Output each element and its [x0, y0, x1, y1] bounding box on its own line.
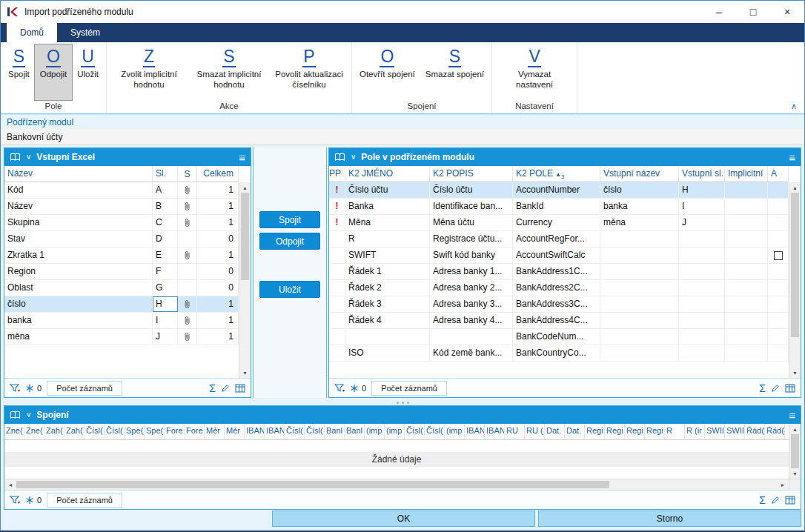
cell-sloupec[interactable]: D [153, 231, 178, 247]
column-header-k2-jmeno[interactable]: K2 JMÉNO [345, 166, 430, 182]
cell-k2-jmeno[interactable] [345, 329, 430, 345]
frozen-filter-icon[interactable] [25, 384, 34, 393]
column-header[interactable]: Zah( [64, 424, 85, 439]
column-header[interactable]: RU ( [525, 424, 545, 439]
table-row[interactable]: Řádek 3Adresa banky 3...BankAddress3C... [329, 296, 789, 313]
table-row[interactable]: měnaJ1 [4, 329, 239, 345]
checkbox[interactable] [774, 251, 783, 260]
cell-vstupni-nazev[interactable] [600, 329, 679, 345]
column-header[interactable]: Čísl( [305, 424, 325, 439]
cell-k2-popis[interactable]: Adresa banky 1... [430, 264, 513, 279]
cell-celkem[interactable]: 1 [197, 199, 239, 214]
cell-vstupni-sl[interactable]: H [679, 182, 725, 198]
cell-celkem[interactable]: 1 [197, 182, 239, 198]
cell-sloupec[interactable]: F [153, 264, 178, 279]
vertical-scrollbar[interactable]: ▲ ▼ [789, 424, 801, 479]
cell-priloha[interactable] [178, 280, 197, 296]
ribbon-button-vymazat-nastaveni[interactable]: VVymazat nastavení [494, 44, 574, 100]
cell-k2-jmeno[interactable]: Měna [345, 215, 430, 230]
table-row[interactable]: čísloH1 [4, 296, 239, 313]
cell-a[interactable] [768, 231, 789, 247]
record-count-button[interactable]: Počet záznamů [371, 381, 447, 396]
column-header[interactable]: IBAN [245, 424, 265, 439]
column-header[interactable]: Banl [345, 424, 365, 439]
cell-pp[interactable] [329, 280, 345, 296]
cell-sloupec[interactable]: G [153, 280, 178, 296]
cell-vstupni-nazev[interactable] [600, 247, 679, 263]
column-header[interactable]: Regi [625, 424, 645, 439]
cell-k2-jmeno[interactable]: ISO [345, 345, 430, 361]
cell-implicitni[interactable] [725, 199, 768, 214]
column-header-nazev[interactable]: Název [4, 166, 153, 182]
ribbon-button-smazat-implicitni-hodnotu[interactable]: SSmazat implicitní hodnotu [189, 44, 269, 100]
splitter-handle[interactable] [4, 400, 801, 405]
cell-a[interactable] [768, 247, 789, 263]
column-header-vstupni-nazev[interactable]: Vstupní název [600, 166, 679, 182]
cell-pp[interactable] [329, 247, 345, 263]
column-header-implicitni[interactable]: Implicitní [725, 166, 768, 182]
cell-pp[interactable] [329, 231, 345, 247]
horizontal-scrollbar[interactable]: ◄ ► [4, 479, 801, 490]
table-row[interactable]: StavD0 [4, 231, 239, 247]
cell-k2-pole[interactable]: BankCodeNum... [513, 329, 600, 345]
column-header[interactable]: IBAN [265, 424, 285, 439]
record-count-button[interactable]: Počet záznamů [47, 493, 122, 508]
column-header[interactable]: Dat. [565, 424, 585, 439]
scrollbar-thumb[interactable] [16, 481, 609, 488]
cell-sloupec[interactable]: A [153, 182, 178, 198]
cell-vstupni-nazev[interactable]: číslo [600, 182, 679, 198]
cancel-button[interactable]: Storno [538, 511, 801, 527]
column-header[interactable]: Spe( [145, 424, 165, 439]
cell-pp[interactable]: ! [329, 199, 345, 214]
cell-k2-popis[interactable] [430, 329, 513, 345]
table-row[interactable]: NázevB1 [4, 199, 239, 215]
cell-vstupni-nazev[interactable] [600, 345, 679, 361]
paperclip-icon[interactable] [178, 215, 197, 230]
column-header[interactable]: Regi [645, 424, 665, 439]
menu-icon[interactable]: ≡ [789, 410, 795, 421]
cell-nazev[interactable]: Oblast [4, 280, 153, 296]
ribbon-button-ulozit[interactable]: UUložit [72, 44, 104, 100]
cell-pp[interactable] [329, 329, 345, 345]
cell-a[interactable] [768, 199, 789, 214]
cell-celkem[interactable]: 1 [197, 296, 239, 312]
table-row[interactable]: Řádek 4Adresa banky 4...BankAddress4C... [329, 313, 789, 329]
table-row[interactable]: Zkratka 1E1 [4, 247, 239, 264]
frozen-filter-icon[interactable] [25, 496, 34, 505]
scroll-up-icon[interactable]: ▲ [239, 182, 251, 193]
scrollbar-thumb[interactable] [791, 434, 799, 468]
cell-k2-jmeno[interactable]: Řádek 3 [345, 296, 430, 312]
cell-vstupni-nazev[interactable]: banka [600, 199, 679, 214]
cell-a[interactable] [768, 280, 789, 296]
cell-k2-popis[interactable]: Kód země bank... [430, 345, 513, 361]
cell-pp[interactable] [329, 313, 345, 328]
scroll-up-icon[interactable]: ▲ [789, 182, 801, 193]
column-header-a[interactable]: A [768, 166, 789, 182]
ribbon-button-povolit-aktualizaci-ciselniku[interactable]: PPovolit aktualizaci číselníku [269, 44, 349, 100]
column-header[interactable]: R (ir [685, 424, 705, 439]
cell-nazev[interactable]: Název [4, 199, 153, 214]
filter-icon[interactable]: ▾ [10, 384, 20, 393]
table-edit-icon[interactable] [235, 384, 245, 393]
cell-vstupni-sl[interactable] [679, 280, 725, 296]
cell-implicitni[interactable] [725, 215, 768, 230]
table-edit-icon[interactable] [785, 496, 795, 505]
cell-pp[interactable]: ! [329, 215, 345, 230]
cell-k2-popis[interactable]: Číslo účtu [430, 182, 513, 198]
table-row[interactable]: SkupinaC1 [4, 215, 239, 231]
paperclip-icon[interactable] [178, 329, 197, 345]
cell-k2-pole[interactable]: Currency [513, 215, 600, 230]
cell-celkem[interactable]: 1 [197, 247, 239, 263]
scrollbar-thumb[interactable] [791, 193, 799, 337]
cell-k2-popis[interactable]: Adresa banky 3... [430, 296, 513, 312]
spojit-button[interactable]: Spojit [259, 211, 320, 228]
record-count-button[interactable]: Počet záznamů [47, 381, 122, 396]
cell-priloha[interactable] [178, 231, 197, 247]
cell-k2-pole[interactable]: BankAddress4C... [513, 313, 600, 328]
cell-a[interactable] [768, 345, 789, 361]
cell-celkem[interactable]: 0 [197, 280, 239, 296]
column-header[interactable]: Čísl( [425, 424, 445, 439]
vertical-scrollbar[interactable]: ▲ ▼ [789, 182, 801, 378]
menu-icon[interactable]: ≡ [239, 152, 245, 163]
cell-k2-pole[interactable]: BankAddress2C... [513, 280, 600, 296]
